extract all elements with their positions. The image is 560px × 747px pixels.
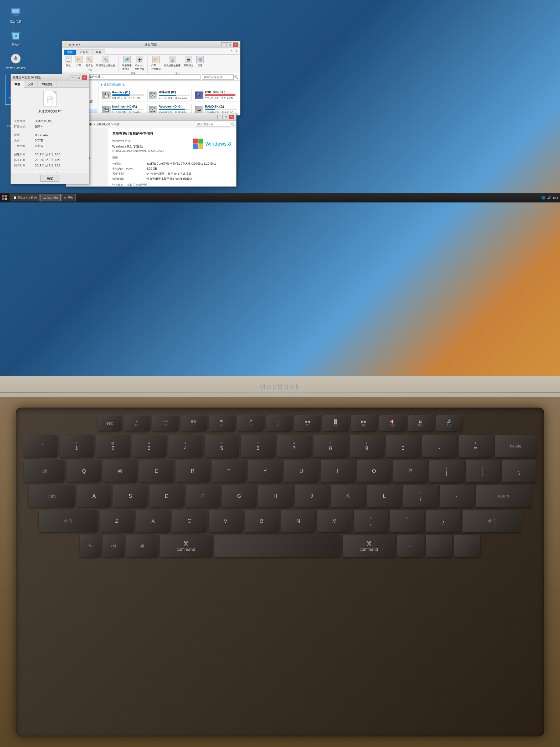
u-key[interactable]: U xyxy=(284,460,319,482)
comma-key[interactable]: <, xyxy=(354,510,388,532)
equals-key[interactable]: += xyxy=(458,435,493,457)
properties-ok-btn[interactable]: 确定 xyxy=(41,175,59,182)
r-key[interactable]: R xyxy=(176,460,210,482)
search-icon[interactable]: 🔍 xyxy=(234,75,239,79)
7-key[interactable]: &7 xyxy=(277,435,312,457)
taskbar-item-1[interactable]: 💻 这台电脑 xyxy=(40,194,61,201)
desktop-icon-recycle[interactable]: ♻ 回收站 xyxy=(5,29,26,47)
delete-key[interactable]: delete xyxy=(495,435,537,457)
h-key[interactable]: H xyxy=(258,485,292,507)
ribbon-help-btn[interactable]: ? xyxy=(234,49,239,55)
taskbar-item-0[interactable]: 📄 新建文本文档.txt xyxy=(10,194,40,201)
quote-key[interactable]: "' xyxy=(439,485,474,507)
x-key[interactable]: X xyxy=(136,510,170,532)
t-key[interactable]: T xyxy=(212,460,246,482)
drive-c[interactable]: 💾 Ramdisk (C:) 851 MB 可用，共 1.91 GB xyxy=(101,89,145,102)
a-key[interactable]: A xyxy=(77,485,111,507)
backslash-key[interactable]: |\ xyxy=(502,460,536,482)
k-key[interactable]: K xyxy=(331,485,365,507)
caps-key[interactable]: caps xyxy=(29,485,75,507)
ribbon-rename-btn[interactable]: ✏️ 重命名 xyxy=(85,55,94,68)
taskbar-start-btn[interactable] xyxy=(0,193,9,203)
right-arrow-key[interactable]: → xyxy=(454,535,480,557)
p-key[interactable]: P xyxy=(393,460,427,482)
w-key[interactable]: W xyxy=(103,460,137,482)
2-key[interactable]: @2 xyxy=(96,435,130,457)
rshift-key[interactable]: shift xyxy=(462,510,522,532)
system-minimize-btn[interactable]: ─ xyxy=(217,114,222,119)
ribbon-map-btn[interactable]: 🗺️ 映射网络驱动器 xyxy=(121,55,133,71)
ribbon-expand-btn[interactable]: ^ xyxy=(230,49,234,55)
f3-key[interactable]: ⊞⊞ F3 xyxy=(181,415,207,431)
properties-tab-security[interactable]: 安全 xyxy=(24,81,37,87)
properties-minimize-btn[interactable]: ─ xyxy=(70,75,75,80)
sys-search-icon[interactable]: 🔍 xyxy=(231,123,235,126)
ribbon-open-btn[interactable]: 📂 打开 xyxy=(74,55,84,68)
ctrl-key[interactable]: ctrl xyxy=(103,535,124,557)
period-key[interactable]: >. xyxy=(390,510,424,532)
3-key[interactable]: #3 xyxy=(132,435,166,457)
f5-key[interactable]: 🎤 F5 xyxy=(237,415,264,431)
drive-d[interactable]: 💽 本地磁盘 (D:) 44.4 GB 可用，共 96.3 GB xyxy=(148,89,192,102)
f1-key[interactable]: ☀ F1 xyxy=(124,415,150,431)
rbracket-key[interactable]: }] xyxy=(466,460,500,482)
f10-key[interactable]: 🔇 F10 xyxy=(379,415,405,431)
lbracket-key[interactable]: {[ xyxy=(429,460,463,482)
z-key[interactable]: Z xyxy=(100,510,134,532)
up-down-arrow-key[interactable]: ↑ ↓ xyxy=(426,535,452,557)
lcommand-key[interactable]: ⌘ command xyxy=(160,535,212,557)
rcommand-key[interactable]: ⌘ command xyxy=(343,535,395,557)
return-key[interactable]: return xyxy=(476,485,531,507)
space-key[interactable] xyxy=(214,535,341,557)
properties-close-btn[interactable]: ✕ xyxy=(82,75,87,80)
explorer-minimize-btn[interactable]: ─ xyxy=(221,42,226,47)
v-key[interactable]: V xyxy=(209,510,243,532)
explorer-maximize-btn[interactable]: □ xyxy=(227,42,232,47)
system-maximize-btn[interactable]: □ xyxy=(223,114,229,119)
desktop-icon-computer[interactable]: 这台电脑 xyxy=(5,5,26,23)
c-key[interactable]: C xyxy=(172,510,207,532)
f2-key[interactable]: ☀☀ F2 xyxy=(152,415,179,431)
esc-key[interactable]: esc xyxy=(98,415,122,431)
f7-key[interactable]: ◀◀ F7 xyxy=(294,415,320,431)
fn-key[interactable]: fn xyxy=(80,535,101,557)
minus-key[interactable]: _- xyxy=(422,435,456,457)
slash-key[interactable]: ?/ xyxy=(426,510,460,532)
ribbon-uninstall-btn[interactable]: 🗑️ 卸载或更改程序 xyxy=(163,55,182,71)
8-key[interactable]: *8 xyxy=(314,435,348,457)
ribbon-manage-btn[interactable]: ⚙️ 管理 xyxy=(195,55,205,71)
y-key[interactable]: Y xyxy=(248,460,282,482)
i-key[interactable]: I xyxy=(321,460,355,482)
e-key[interactable]: E xyxy=(139,460,174,482)
system-search-input[interactable] xyxy=(196,122,230,127)
4-key[interactable]: $4 xyxy=(168,435,203,457)
0-key[interactable]: )0 xyxy=(386,435,420,457)
tray-volume-icon[interactable]: 🔊 xyxy=(547,196,551,200)
tray-network-icon[interactable]: 🌐 xyxy=(541,196,545,200)
j-key[interactable]: J xyxy=(295,485,329,507)
5-key[interactable]: %5 xyxy=(205,435,239,457)
f4-key[interactable]: 🔍 F4 xyxy=(209,415,235,431)
lshift-key[interactable]: shift xyxy=(38,510,98,532)
l-key[interactable]: L xyxy=(367,485,401,507)
1-key[interactable]: !1 xyxy=(60,435,94,457)
f12-key[interactable]: 🔊 F12 xyxy=(436,415,462,431)
tab-key[interactable]: tab xyxy=(24,460,65,482)
6-key[interactable]: ^6 xyxy=(241,435,275,457)
ribbon-open2-btn[interactable]: 📂 打开控制面板 xyxy=(150,55,162,71)
b-key[interactable]: B xyxy=(245,510,279,532)
ribbon-tab-view[interactable]: 查看 xyxy=(92,49,105,55)
system-close-btn[interactable]: ✕ xyxy=(229,114,234,119)
address-path[interactable]: 这台电脑 ▸ xyxy=(87,74,201,80)
ribbon-sysprops-btn[interactable]: 💻 系统属性 xyxy=(183,55,194,71)
desktop-icon-ramdisk[interactable]: P Primo Ramdisk xyxy=(5,52,26,70)
q-key[interactable]: Q xyxy=(67,460,101,482)
ribbon-access-btn[interactable]: 🔧 访问问题媒体位置 xyxy=(95,55,116,68)
f9-key[interactable]: ▶▶ F9 xyxy=(351,415,377,431)
alt-key[interactable]: alt xyxy=(126,535,158,557)
s-key[interactable]: S xyxy=(113,485,148,507)
d-key[interactable]: D xyxy=(150,485,184,507)
ribbon-tab-file[interactable]: 文件 xyxy=(63,49,76,55)
9-key[interactable]: (9 xyxy=(350,435,384,457)
f6-key[interactable]: ☾ F6 xyxy=(266,415,292,431)
